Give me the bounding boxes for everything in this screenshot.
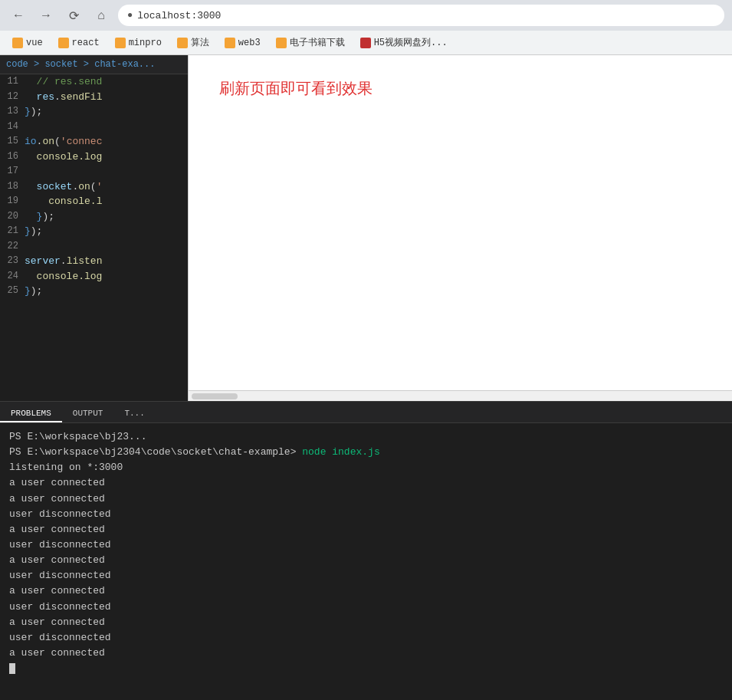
bookmark-h5video-icon xyxy=(360,38,371,48)
bookmark-vue-icon xyxy=(12,38,23,48)
url-text: localhost:3000 xyxy=(137,10,221,21)
line-content-22 xyxy=(25,239,188,255)
bookmark-ebook-label: 电子书籍下载 xyxy=(290,36,345,49)
code-line-17: 17 xyxy=(0,164,188,179)
code-line-19: 19 console.l xyxy=(0,194,188,209)
line-num-19: 19 xyxy=(0,194,25,209)
bookmark-react[interactable]: react xyxy=(52,36,106,50)
main-area: code > socket > chat-exa... 11 // res.se… xyxy=(0,55,732,401)
bookmark-ebook-icon xyxy=(276,38,287,48)
line-content-11: // res.send xyxy=(25,74,188,90)
terminal-line-7: a user connected xyxy=(9,522,723,537)
code-line-22: 22 xyxy=(0,239,188,255)
code-area: 11 // res.send 12 res.sendFil 13 }); 14 … xyxy=(0,74,188,401)
line-content-17 xyxy=(25,164,188,179)
terminal-line-10: user disconnected xyxy=(9,568,723,583)
terminal-line-2: PS E:\workspace\bj2304\code\socket\chat-… xyxy=(9,445,723,460)
line-content-23: server.listen xyxy=(25,254,188,269)
code-line-12: 12 res.sendFil xyxy=(0,90,188,105)
refresh-message: 刷新页面即可看到效果 xyxy=(219,78,701,99)
editor-panel: code > socket > chat-exa... 11 // res.se… xyxy=(0,55,188,401)
terminal-line-4: a user connected xyxy=(9,475,723,491)
back-button[interactable]: ← xyxy=(8,5,29,26)
line-content-25: }); xyxy=(25,284,188,299)
line-num-12: 12 xyxy=(0,90,25,105)
line-num-22: 22 xyxy=(0,239,25,255)
line-content-13: }); xyxy=(25,104,188,120)
line-content-15: io.on('connec xyxy=(25,134,188,150)
line-content-12: res.sendFil xyxy=(25,90,188,105)
terminal-line-5: a user connected xyxy=(9,491,723,507)
terminal-line-15: a user connected xyxy=(9,646,723,661)
bookmark-h5video-label: H5视频网盘列... xyxy=(374,36,448,49)
breadcrumb-text: code > socket > chat-exa... xyxy=(6,59,155,70)
bookmark-react-label: react xyxy=(72,38,100,48)
scrollbar-thumb[interactable] xyxy=(192,393,238,399)
browser-panel: 刷新页面即可看到效果 xyxy=(188,55,732,401)
terminal-line-8: user disconnected xyxy=(9,537,723,553)
terminal-line-11: a user connected xyxy=(9,583,723,599)
bookmark-minpro-icon xyxy=(115,38,126,48)
bookmark-ebook[interactable]: 电子书籍下载 xyxy=(270,35,351,51)
line-content-21: }); xyxy=(25,224,188,239)
code-line-21: 21 }); xyxy=(0,224,188,239)
bottom-tabs: PROBLEMS OUTPUT T... xyxy=(0,402,732,423)
bookmark-vue-label: vue xyxy=(26,38,43,48)
bookmark-vue[interactable]: vue xyxy=(6,36,49,50)
line-num-11: 11 xyxy=(0,74,25,90)
bookmark-suanfa[interactable]: 算法 xyxy=(171,35,215,51)
line-num-20: 20 xyxy=(0,209,25,225)
bookmark-web3[interactable]: web3 xyxy=(218,36,267,50)
bookmark-minpro[interactable]: minpro xyxy=(109,36,168,50)
code-line-20: 20 }); xyxy=(0,209,188,225)
line-content-20: }); xyxy=(25,209,188,225)
line-content-16: console.log xyxy=(25,150,188,165)
code-line-18: 18 socket.on(' xyxy=(0,179,188,195)
terminal-cursor-icon xyxy=(9,663,15,674)
bookmark-minpro-label: minpro xyxy=(129,38,162,48)
home-button[interactable]: ⌂ xyxy=(90,5,112,26)
code-line-15: 15 io.on('connec xyxy=(0,134,188,150)
line-content-18: socket.on(' xyxy=(25,179,188,195)
browser-scrollbar[interactable] xyxy=(189,390,732,401)
line-content-14 xyxy=(25,120,188,135)
terminal-area: PS E:\workspace\bj23... PS E:\workspace\… xyxy=(0,423,732,700)
address-bar[interactable]: ● localhost:3000 xyxy=(118,5,724,26)
code-line-25: 25 }); xyxy=(0,284,188,299)
forward-button[interactable]: → xyxy=(35,5,57,26)
tab-problems[interactable]: PROBLEMS xyxy=(0,406,62,422)
code-line-13: 13 }); xyxy=(0,104,188,120)
bookmark-suanfa-icon xyxy=(177,38,188,48)
lock-icon: ● xyxy=(127,10,133,21)
line-content-19: console.l xyxy=(25,194,188,209)
browser-nav-bar: ← → ⟳ ⌂ ● localhost:3000 xyxy=(0,0,732,31)
code-line-16: 16 console.log xyxy=(0,150,188,165)
line-num-13: 13 xyxy=(0,104,25,120)
tab-terminal[interactable]: T... xyxy=(113,406,155,422)
line-num-18: 18 xyxy=(0,179,25,195)
bookmark-web3-icon xyxy=(225,38,235,48)
editor-breadcrumb: code > socket > chat-exa... xyxy=(0,55,188,74)
bookmark-suanfa-label: 算法 xyxy=(191,36,209,49)
line-num-14: 14 xyxy=(0,120,25,135)
bookmark-react-icon xyxy=(58,38,69,48)
line-num-21: 21 xyxy=(0,224,25,239)
bookmark-web3-label: web3 xyxy=(238,38,261,48)
line-num-23: 23 xyxy=(0,254,25,269)
line-num-17: 17 xyxy=(0,164,25,179)
line-num-25: 25 xyxy=(0,284,25,299)
terminal-line-9: a user connected xyxy=(9,553,723,568)
bookmark-h5video[interactable]: H5视频网盘列... xyxy=(354,35,454,51)
terminal-line-14: user disconnected xyxy=(9,630,723,646)
code-line-24: 24 console.log xyxy=(0,269,188,284)
reload-button[interactable]: ⟳ xyxy=(63,5,84,26)
code-line-23: 23 server.listen xyxy=(0,254,188,269)
bookmarks-bar: vue react minpro 算法 web3 电子书籍下载 H5视频网盘列.… xyxy=(0,31,732,55)
code-line-11: 11 // res.send xyxy=(0,74,188,90)
tab-output[interactable]: OUTPUT xyxy=(62,406,114,422)
terminal-prompt xyxy=(9,661,723,676)
terminal-line-13: a user connected xyxy=(9,615,723,630)
line-num-15: 15 xyxy=(0,134,25,150)
line-num-16: 16 xyxy=(0,150,25,165)
code-line-14: 14 xyxy=(0,120,188,135)
